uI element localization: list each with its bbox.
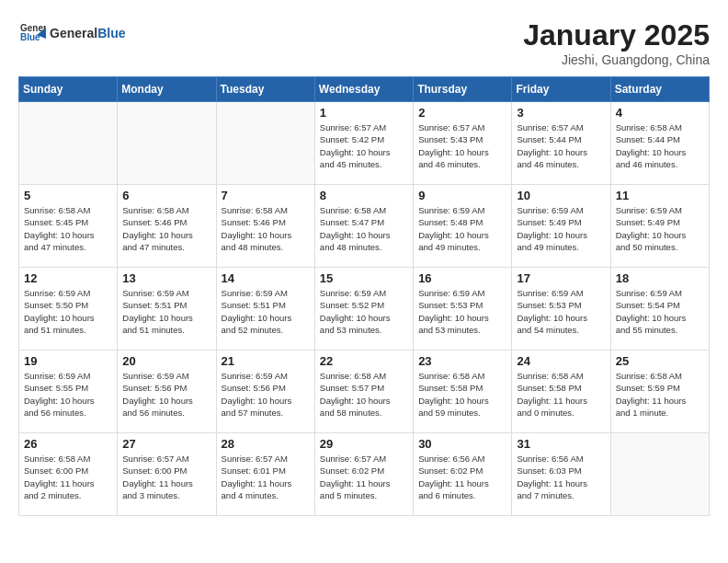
day-info: Sunrise: 6:59 AM Sunset: 5:51 PM Dayligh… [222, 287, 310, 336]
weekday-header-tuesday: Tuesday [216, 77, 314, 102]
day-info: Sunrise: 6:59 AM Sunset: 5:49 PM Dayligh… [616, 204, 704, 253]
day-number: 7 [222, 189, 310, 202]
day-info: Sunrise: 6:58 AM Sunset: 5:46 PM Dayligh… [222, 204, 310, 253]
calendar-cell: 27Sunrise: 6:57 AM Sunset: 6:00 PM Dayli… [118, 433, 216, 516]
calendar-week-row: 1Sunrise: 6:57 AM Sunset: 5:42 PM Daylig… [19, 102, 710, 185]
location: Jieshi, Guangdong, China [523, 52, 710, 67]
day-number: 22 [320, 354, 408, 368]
calendar-cell: 21Sunrise: 6:59 AM Sunset: 5:56 PM Dayli… [216, 350, 314, 433]
day-info: Sunrise: 6:59 AM Sunset: 5:54 PM Dayligh… [616, 287, 704, 336]
calendar-cell: 11Sunrise: 6:59 AM Sunset: 5:49 PM Dayli… [610, 185, 709, 268]
calendar-cell: 19Sunrise: 6:59 AM Sunset: 5:55 PM Dayli… [19, 350, 118, 433]
calendar-cell: 3Sunrise: 6:57 AM Sunset: 5:44 PM Daylig… [512, 102, 610, 185]
calendar-cell: 18Sunrise: 6:59 AM Sunset: 5:54 PM Dayli… [610, 268, 709, 350]
calendar-week-row: 12Sunrise: 6:59 AM Sunset: 5:50 PM Dayli… [19, 268, 710, 350]
calendar-week-row: 19Sunrise: 6:59 AM Sunset: 5:55 PM Dayli… [19, 350, 710, 433]
calendar: SundayMondayTuesdayWednesdayThursdayFrid… [18, 76, 710, 516]
svg-text:Blue: Blue [20, 32, 40, 42]
day-info: Sunrise: 6:58 AM Sunset: 5:44 PM Dayligh… [616, 121, 704, 170]
day-number: 14 [222, 271, 310, 285]
calendar-cell: 10Sunrise: 6:59 AM Sunset: 5:49 PM Dayli… [512, 185, 610, 268]
day-number: 29 [320, 437, 408, 451]
day-number: 5 [24, 189, 112, 202]
calendar-cell: 5Sunrise: 6:58 AM Sunset: 5:45 PM Daylig… [19, 185, 118, 268]
day-number: 23 [418, 354, 506, 368]
calendar-cell: 20Sunrise: 6:59 AM Sunset: 5:56 PM Dayli… [118, 350, 216, 433]
day-number: 2 [418, 106, 506, 120]
day-number: 24 [517, 354, 605, 368]
day-info: Sunrise: 6:59 AM Sunset: 5:53 PM Dayligh… [517, 287, 605, 336]
day-number: 21 [222, 354, 310, 368]
calendar-cell: 31Sunrise: 6:56 AM Sunset: 6:03 PM Dayli… [512, 433, 610, 516]
logo-blue: Blue [97, 26, 125, 40]
calendar-cell [19, 102, 118, 185]
calendar-cell: 15Sunrise: 6:59 AM Sunset: 5:52 PM Dayli… [314, 268, 413, 350]
day-number: 31 [517, 437, 605, 451]
calendar-cell: 23Sunrise: 6:58 AM Sunset: 5:58 PM Dayli… [414, 350, 512, 433]
calendar-cell: 25Sunrise: 6:58 AM Sunset: 5:59 PM Dayli… [610, 350, 709, 433]
calendar-cell: 26Sunrise: 6:58 AM Sunset: 6:00 PM Dayli… [19, 433, 118, 516]
day-number: 13 [122, 271, 210, 285]
logo-general: General [50, 26, 97, 40]
day-info: Sunrise: 6:57 AM Sunset: 5:42 PM Dayligh… [320, 121, 408, 170]
calendar-cell [610, 433, 709, 516]
day-info: Sunrise: 6:59 AM Sunset: 5:56 PM Dayligh… [122, 370, 210, 419]
day-number: 4 [616, 106, 704, 120]
day-info: Sunrise: 6:58 AM Sunset: 5:58 PM Dayligh… [418, 370, 506, 419]
calendar-cell: 28Sunrise: 6:57 AM Sunset: 6:01 PM Dayli… [216, 433, 314, 516]
logo-icon: General Blue [18, 18, 46, 46]
day-number: 19 [24, 354, 112, 368]
weekday-header-sunday: Sunday [19, 77, 118, 102]
day-number: 27 [122, 437, 210, 451]
day-number: 26 [24, 437, 112, 451]
calendar-cell [216, 102, 314, 185]
calendar-cell: 14Sunrise: 6:59 AM Sunset: 5:51 PM Dayli… [216, 268, 314, 350]
day-info: Sunrise: 6:57 AM Sunset: 5:43 PM Dayligh… [418, 121, 506, 170]
day-info: Sunrise: 6:57 AM Sunset: 6:01 PM Dayligh… [222, 453, 310, 501]
logo: General Blue GeneralBlue [18, 18, 125, 46]
day-info: Sunrise: 6:58 AM Sunset: 5:57 PM Dayligh… [320, 370, 408, 419]
day-number: 8 [320, 189, 408, 202]
calendar-cell: 24Sunrise: 6:58 AM Sunset: 5:58 PM Dayli… [512, 350, 610, 433]
calendar-cell: 8Sunrise: 6:58 AM Sunset: 5:47 PM Daylig… [314, 185, 413, 268]
day-number: 9 [418, 189, 506, 202]
day-info: Sunrise: 6:59 AM Sunset: 5:49 PM Dayligh… [517, 204, 605, 253]
weekday-header-saturday: Saturday [610, 77, 709, 102]
day-number: 1 [320, 106, 408, 120]
title-area: January 2025 Jieshi, Guangdong, China [523, 18, 710, 67]
calendar-cell: 17Sunrise: 6:59 AM Sunset: 5:53 PM Dayli… [512, 268, 610, 350]
day-number: 15 [320, 271, 408, 285]
day-number: 30 [418, 437, 506, 451]
day-number: 20 [122, 354, 210, 368]
weekday-header-monday: Monday [118, 77, 216, 102]
day-number: 28 [222, 437, 310, 451]
day-info: Sunrise: 6:57 AM Sunset: 6:00 PM Dayligh… [122, 453, 210, 501]
day-number: 3 [517, 106, 605, 120]
day-info: Sunrise: 6:56 AM Sunset: 6:02 PM Dayligh… [418, 453, 506, 501]
weekday-header-row: SundayMondayTuesdayWednesdayThursdayFrid… [19, 77, 710, 102]
calendar-cell: 6Sunrise: 6:58 AM Sunset: 5:46 PM Daylig… [118, 185, 216, 268]
day-info: Sunrise: 6:59 AM Sunset: 5:56 PM Dayligh… [222, 370, 310, 419]
day-info: Sunrise: 6:59 AM Sunset: 5:52 PM Dayligh… [320, 287, 408, 336]
day-number: 11 [616, 189, 704, 202]
day-info: Sunrise: 6:59 AM Sunset: 5:55 PM Dayligh… [24, 370, 112, 419]
day-number: 25 [616, 354, 704, 368]
day-info: Sunrise: 6:59 AM Sunset: 5:50 PM Dayligh… [24, 287, 112, 336]
day-info: Sunrise: 6:58 AM Sunset: 5:58 PM Dayligh… [517, 370, 605, 419]
day-number: 12 [24, 271, 112, 285]
calendar-cell: 4Sunrise: 6:58 AM Sunset: 5:44 PM Daylig… [610, 102, 709, 185]
calendar-cell: 7Sunrise: 6:58 AM Sunset: 5:46 PM Daylig… [216, 185, 314, 268]
calendar-cell: 29Sunrise: 6:57 AM Sunset: 6:02 PM Dayli… [314, 433, 413, 516]
day-info: Sunrise: 6:58 AM Sunset: 5:46 PM Dayligh… [122, 204, 210, 253]
calendar-cell: 13Sunrise: 6:59 AM Sunset: 5:51 PM Dayli… [118, 268, 216, 350]
calendar-cell: 16Sunrise: 6:59 AM Sunset: 5:53 PM Dayli… [414, 268, 512, 350]
weekday-header-wednesday: Wednesday [314, 77, 413, 102]
day-number: 16 [418, 271, 506, 285]
day-number: 18 [616, 271, 704, 285]
calendar-cell: 2Sunrise: 6:57 AM Sunset: 5:43 PM Daylig… [414, 102, 512, 185]
day-info: Sunrise: 6:58 AM Sunset: 5:45 PM Dayligh… [24, 204, 112, 253]
calendar-cell: 9Sunrise: 6:59 AM Sunset: 5:48 PM Daylig… [414, 185, 512, 268]
day-number: 6 [122, 189, 210, 202]
day-info: Sunrise: 6:59 AM Sunset: 5:53 PM Dayligh… [418, 287, 506, 336]
day-info: Sunrise: 6:58 AM Sunset: 6:00 PM Dayligh… [24, 453, 112, 501]
